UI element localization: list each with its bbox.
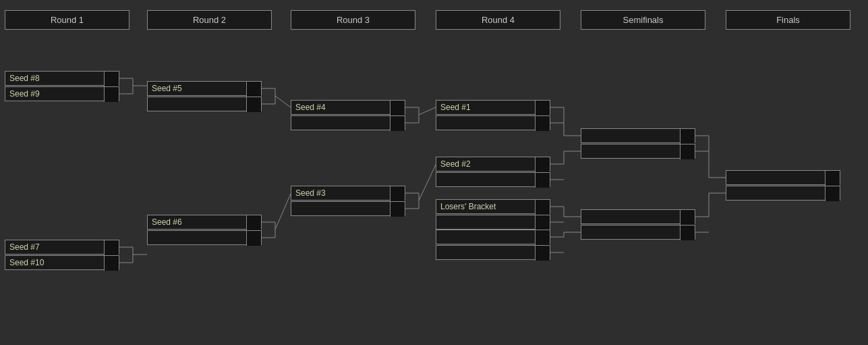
- r2m1a-score: [246, 82, 261, 97]
- r2m1b-score: [246, 97, 261, 112]
- r4m3a[interactable]: Losers' Bracket: [436, 199, 550, 214]
- round-header-f: Finals: [726, 10, 850, 30]
- r3m2a[interactable]: Seed #3: [291, 186, 405, 201]
- r3m1a-score: [390, 101, 405, 115]
- svg-line-19: [419, 107, 436, 115]
- round-header-3: Round 3: [291, 10, 415, 30]
- r4m1b[interactable]: [436, 115, 550, 130]
- r4m4b-score: [535, 246, 550, 261]
- round-header-4: Round 4: [436, 10, 560, 30]
- round-header-1: Round 1: [5, 10, 129, 30]
- f1b-score: [825, 186, 840, 201]
- sf2a[interactable]: [581, 209, 695, 224]
- r1m1b[interactable]: Seed #9: [5, 86, 119, 101]
- r4m1a[interactable]: Seed #1: [436, 100, 550, 115]
- r1m2a[interactable]: Seed #7: [5, 240, 119, 255]
- r3m1b[interactable]: [291, 115, 405, 130]
- r1m2b[interactable]: Seed #10: [5, 255, 119, 270]
- svg-line-11: [275, 96, 291, 107]
- r1m2a-score: [104, 240, 119, 255]
- round-header-2: Round 2: [147, 10, 272, 30]
- r3m1b-score: [390, 116, 405, 131]
- r2m2a[interactable]: Seed #6: [147, 215, 262, 230]
- sf2b-score: [680, 225, 695, 240]
- f1b[interactable]: [726, 186, 840, 201]
- r4m4a-score: [535, 230, 550, 245]
- r4m2b-score: [535, 173, 550, 188]
- sf1b[interactable]: [581, 144, 695, 159]
- r2m2a-score: [246, 215, 261, 230]
- r2m1a[interactable]: Seed #5: [147, 81, 262, 96]
- svg-line-23: [419, 165, 436, 201]
- r3m2b[interactable]: [291, 201, 405, 216]
- r4m4b[interactable]: [436, 245, 550, 260]
- r4m2b[interactable]: [436, 172, 550, 187]
- r3m2a-score: [390, 186, 405, 201]
- sf2a-score: [680, 210, 695, 225]
- r4m3b-score: [535, 215, 550, 230]
- r4m1b-score: [535, 116, 550, 131]
- r3m1a[interactable]: Seed #4: [291, 100, 405, 115]
- bracket-container: Round 1 Round 2 Round 3 Round 4 Semifina…: [0, 0, 868, 345]
- r4m3a-score: [535, 200, 550, 215]
- f1a[interactable]: [726, 170, 840, 185]
- f1a-score: [825, 171, 840, 186]
- r4m2a[interactable]: Seed #2: [436, 157, 550, 171]
- r1m1a[interactable]: Seed #8: [5, 71, 119, 86]
- r1m1b-score: [104, 87, 119, 102]
- round-header-sf: Semifinals: [581, 10, 705, 30]
- r2m2b[interactable]: [147, 230, 262, 245]
- r4m1a-score: [535, 101, 550, 115]
- sf2b[interactable]: [581, 225, 695, 240]
- sf1b-score: [680, 144, 695, 159]
- r4m3b[interactable]: [436, 215, 550, 230]
- r3m2b-score: [390, 202, 405, 217]
- sf1a[interactable]: [581, 128, 695, 143]
- r1m1a-score: [104, 72, 119, 86]
- sf1a-score: [680, 129, 695, 144]
- r2m1b[interactable]: [147, 97, 262, 111]
- r4m4a[interactable]: [436, 230, 550, 244]
- r1m2b-score: [104, 256, 119, 271]
- r4m2a-score: [535, 157, 550, 172]
- r2m2b-score: [246, 231, 261, 246]
- svg-line-15: [275, 194, 291, 230]
